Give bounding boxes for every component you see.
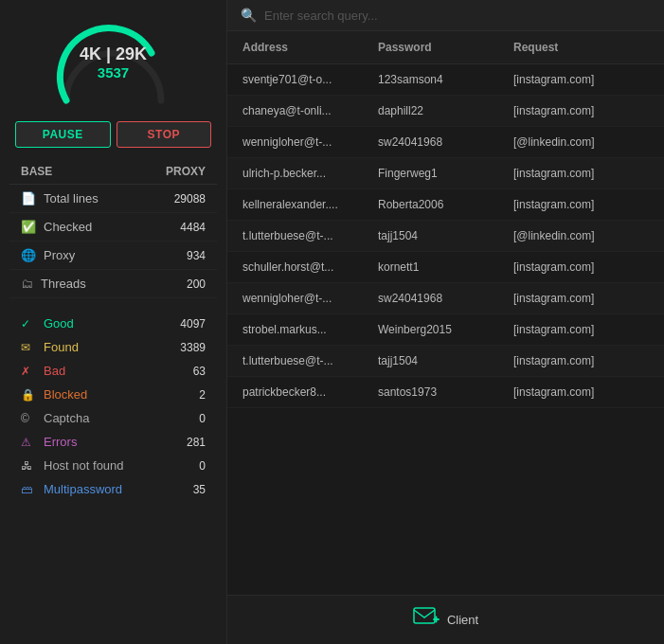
result-rows-container: ✓ Good 4097 ✉ Found 3389 ✗ Bad 63 🔒 Bloc… [9, 312, 217, 501]
td-address: schuller.horst@t... [242, 260, 378, 274]
result-row: 🗃 Multipassword 35 [9, 477, 217, 501]
result-icon: ⚠ [21, 436, 36, 449]
stats-row: ✅ Checked 4484 [9, 213, 217, 242]
table-row[interactable]: schuller.horst@t... kornett1 [instagram.… [227, 252, 664, 283]
stats-row-value: 934 [187, 249, 206, 262]
td-request: [instagram.com] [513, 104, 649, 117]
result-row: ✓ Good 4097 [9, 312, 217, 335]
table-row[interactable]: strobel.markus... Weinberg2015 [instagra… [227, 314, 664, 346]
td-request: [instagram.com] [513, 198, 649, 211]
stats-row: 🌐 Proxy 934 [9, 242, 217, 270]
td-password: santos1973 [378, 385, 513, 399]
table-row[interactable]: t.lutterbuese@t-... tajj1504 [instagram.… [227, 346, 664, 377]
stats-row-value: 4484 [180, 221, 206, 234]
base-header: BASE [21, 165, 52, 178]
td-address: wennigloher@t-... [242, 292, 378, 305]
client-icon [413, 607, 440, 633]
right-panel: 🔍 Address Password Request sventje701@t-… [227, 0, 664, 644]
table-row[interactable]: wennigloher@t-... sw24041968 [instagram.… [227, 283, 664, 314]
table-row[interactable]: t.lutterbuese@t-... tajj1504 [@linkedin.… [227, 221, 664, 252]
td-password: Fingerweg1 [378, 167, 513, 180]
result-value: 3389 [180, 341, 206, 354]
gauge-center: 4K | 29K 3537 [80, 45, 147, 81]
result-icon: 🔒 [21, 388, 36, 402]
results-section: ✓ Good 4097 ✉ Found 3389 ✗ Bad 63 🔒 Bloc… [0, 312, 226, 501]
td-address: patrickbecker8... [242, 385, 378, 399]
result-icon: © [21, 412, 36, 425]
td-request: [instagram.com] [513, 73, 649, 86]
result-value: 63 [193, 365, 206, 378]
table-rows-container: sventje701@t-o... 123samson4 [instagram.… [227, 64, 664, 408]
td-request: [instagram.com] [513, 385, 649, 399]
stats-row-icon: 🗂 [21, 277, 33, 291]
td-password: daphill22 [378, 104, 513, 117]
td-address: strobel.markus... [242, 323, 378, 336]
gauge-container: 4K | 29K 3537 [47, 15, 180, 110]
stats-row-value: 29088 [174, 192, 206, 206]
result-label: Captcha [44, 411, 199, 425]
td-password: sw24041968 [378, 135, 513, 149]
stop-button[interactable]: STOP [117, 121, 212, 148]
table-row[interactable]: wennigloher@t-... sw24041968 [@linkedin.… [227, 127, 664, 158]
result-icon: 🖧 [21, 459, 36, 473]
td-password: sw24041968 [378, 292, 513, 305]
result-label: Multipassword [44, 482, 193, 496]
stats-rows-container: 📄 Total lines 29088 ✅ Checked 4484 🌐 Pro… [9, 185, 217, 298]
result-label: Found [44, 340, 180, 354]
stats-row: 📄 Total lines 29088 [9, 185, 217, 213]
result-icon: ✓ [21, 317, 36, 331]
td-password: 123samson4 [378, 73, 513, 86]
result-label: Errors [44, 435, 187, 449]
table-row[interactable]: patrickbecker8... santos1973 [instagram.… [227, 377, 664, 408]
stats-table: BASE PROXY 📄 Total lines 29088 ✅ Checked… [0, 159, 226, 298]
table-body: sventje701@t-o... 123samson4 [instagram.… [227, 64, 664, 595]
result-icon: ✗ [21, 365, 36, 378]
td-password: Roberta2006 [378, 198, 513, 211]
td-password: Weinberg2015 [378, 323, 513, 336]
gauge-sub-text: 3537 [80, 64, 147, 80]
result-row: ✉ Found 3389 [9, 335, 217, 359]
td-request: [instagram.com] [513, 354, 649, 367]
result-icon: 🗃 [21, 483, 36, 496]
pause-button[interactable]: PAUSE [15, 121, 111, 148]
stats-row: 🗂 Threads 200 [9, 270, 217, 298]
td-address: wennigloher@t-... [242, 135, 378, 149]
td-request: [instagram.com] [513, 292, 649, 305]
td-request: [@linkedin.com] [513, 229, 649, 242]
result-value: 281 [187, 436, 206, 449]
result-row: © Captcha 0 [9, 406, 217, 430]
result-icon: ✉ [21, 341, 36, 354]
svg-rect-0 [414, 608, 435, 623]
table-header: Address Password Request [227, 31, 664, 64]
client-label: Client [447, 613, 478, 627]
result-value: 4097 [180, 317, 206, 331]
stats-row-value: 200 [187, 277, 206, 291]
table-row[interactable]: chaneya@t-onli... daphill22 [instagram.c… [227, 96, 664, 127]
gauge-main-text: 4K | 29K [80, 45, 147, 65]
table-row[interactable]: ulrich-p.becker... Fingerweg1 [instagram… [227, 158, 664, 189]
col-header-password: Password [378, 41, 513, 54]
td-address: t.lutterbuese@t-... [242, 229, 378, 242]
right-footer[interactable]: Client [227, 595, 664, 644]
td-password: kornett1 [378, 260, 513, 274]
table-row[interactable]: kellneralexander.... Roberta2006 [instag… [227, 189, 664, 221]
result-label: Host not found [44, 458, 199, 473]
result-value: 35 [193, 483, 206, 496]
td-request: [instagram.com] [513, 167, 649, 180]
stats-row-label: Threads [41, 277, 187, 291]
result-label: Bad [44, 364, 193, 378]
table-row[interactable]: sventje701@t-o... 123samson4 [instagram.… [227, 64, 664, 96]
stats-row-icon: ✅ [21, 220, 36, 234]
td-address: ulrich-p.becker... [242, 167, 378, 180]
td-address: chaneya@t-onli... [242, 104, 378, 117]
search-bar: 🔍 [227, 0, 664, 31]
search-input[interactable] [264, 9, 651, 23]
result-row: 🔒 Blocked 2 [9, 383, 217, 406]
stats-row-label: Proxy [44, 248, 187, 262]
stats-row-label: Checked [44, 220, 180, 234]
button-row: PAUSE STOP [0, 121, 226, 148]
result-row: 🖧 Host not found 0 [9, 454, 217, 477]
result-value: 0 [199, 459, 206, 473]
td-address: t.lutterbuese@t-... [242, 354, 378, 367]
td-address: sventje701@t-o... [242, 73, 378, 86]
